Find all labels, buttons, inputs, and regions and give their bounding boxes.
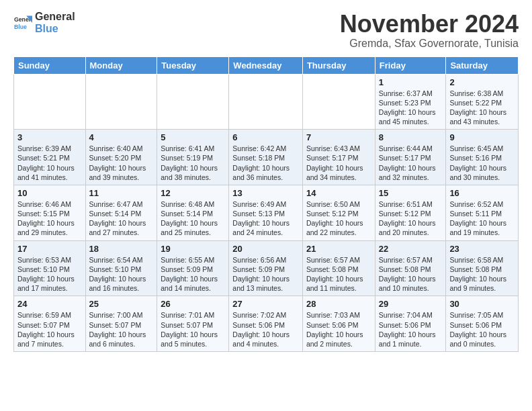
main-title: November 2024 <box>340 11 519 38</box>
cell-day-number: 3 <box>17 132 82 142</box>
cell-day-number: 14 <box>306 188 371 198</box>
cell-info: Sunrise: 6:42 AM Sunset: 5:18 PM Dayligh… <box>232 144 299 182</box>
cell-day-number: 23 <box>449 244 515 254</box>
calendar-cell: 3Sunrise: 6:39 AM Sunset: 5:21 PM Daylig… <box>14 130 86 185</box>
calendar-cell: 14Sunrise: 6:50 AM Sunset: 5:12 PM Dayli… <box>302 185 375 240</box>
cell-info: Sunrise: 6:40 AM Sunset: 5:20 PM Dayligh… <box>89 144 154 182</box>
logo-icon: General Blue <box>13 13 32 32</box>
cell-info: Sunrise: 6:38 AM Sunset: 5:22 PM Dayligh… <box>449 89 515 127</box>
calendar-cell: 16Sunrise: 6:52 AM Sunset: 5:11 PM Dayli… <box>446 185 519 240</box>
cell-day-number: 24 <box>17 299 82 309</box>
cell-info: Sunrise: 6:56 AM Sunset: 5:09 PM Dayligh… <box>232 255 299 293</box>
calendar-cell: 12Sunrise: 6:48 AM Sunset: 5:14 PM Dayli… <box>157 185 229 240</box>
calendar-cell <box>85 74 157 130</box>
cell-day-number: 7 <box>306 132 371 142</box>
calendar-cell: 10Sunrise: 6:46 AM Sunset: 5:15 PM Dayli… <box>14 185 86 240</box>
calendar-cell: 21Sunrise: 6:57 AM Sunset: 5:08 PM Dayli… <box>302 240 375 296</box>
cell-info: Sunrise: 6:45 AM Sunset: 5:16 PM Dayligh… <box>449 144 515 182</box>
cell-info: Sunrise: 6:41 AM Sunset: 5:19 PM Dayligh… <box>161 144 225 182</box>
day-header-sunday: Sunday <box>14 56 86 74</box>
cell-day-number: 13 <box>232 188 299 198</box>
cell-info: Sunrise: 6:53 AM Sunset: 5:10 PM Dayligh… <box>17 255 82 293</box>
cell-day-number: 12 <box>161 188 225 198</box>
calendar-cell <box>229 74 303 130</box>
calendar-week-2: 3Sunrise: 6:39 AM Sunset: 5:21 PM Daylig… <box>14 130 519 185</box>
calendar-cell: 26Sunrise: 7:01 AM Sunset: 5:07 PM Dayli… <box>157 296 229 352</box>
cell-day-number: 25 <box>89 299 154 309</box>
cell-info: Sunrise: 6:57 AM Sunset: 5:08 PM Dayligh… <box>379 255 443 293</box>
cell-day-number: 16 <box>449 188 515 198</box>
calendar-header-row: SundayMondayTuesdayWednesdayThursdayFrid… <box>14 56 519 74</box>
calendar-cell <box>157 74 229 130</box>
calendar-cell: 6Sunrise: 6:42 AM Sunset: 5:18 PM Daylig… <box>229 130 303 185</box>
day-header-wednesday: Wednesday <box>229 56 303 74</box>
cell-day-number: 4 <box>89 132 154 142</box>
cell-info: Sunrise: 6:43 AM Sunset: 5:17 PM Dayligh… <box>306 144 371 182</box>
cell-day-number: 8 <box>379 132 443 142</box>
calendar-cell: 24Sunrise: 6:59 AM Sunset: 5:07 PM Dayli… <box>14 296 86 352</box>
logo-text: General Blue <box>35 11 75 34</box>
calendar-cell: 28Sunrise: 7:03 AM Sunset: 5:06 PM Dayli… <box>302 296 375 352</box>
cell-day-number: 26 <box>161 299 225 309</box>
header: General Blue General Blue November 2024 … <box>13 11 519 50</box>
cell-info: Sunrise: 6:51 AM Sunset: 5:12 PM Dayligh… <box>379 199 443 238</box>
calendar-cell: 4Sunrise: 6:40 AM Sunset: 5:20 PM Daylig… <box>85 130 157 185</box>
cell-info: Sunrise: 7:05 AM Sunset: 5:06 PM Dayligh… <box>449 310 515 349</box>
cell-day-number: 18 <box>89 244 154 254</box>
cell-day-number: 10 <box>17 188 82 198</box>
calendar-cell: 22Sunrise: 6:57 AM Sunset: 5:08 PM Dayli… <box>375 240 446 296</box>
calendar-cell: 29Sunrise: 7:04 AM Sunset: 5:06 PM Dayli… <box>375 296 446 352</box>
cell-day-number: 30 <box>449 299 515 309</box>
calendar-cell: 8Sunrise: 6:44 AM Sunset: 5:17 PM Daylig… <box>375 130 446 185</box>
cell-info: Sunrise: 6:52 AM Sunset: 5:11 PM Dayligh… <box>449 199 515 238</box>
calendar-week-1: 1Sunrise: 6:37 AM Sunset: 5:23 PM Daylig… <box>14 74 519 130</box>
cell-day-number: 2 <box>449 77 515 87</box>
cell-info: Sunrise: 6:57 AM Sunset: 5:08 PM Dayligh… <box>306 255 371 293</box>
calendar-table: SundayMondayTuesdayWednesdayThursdayFrid… <box>13 56 519 352</box>
cell-info: Sunrise: 6:55 AM Sunset: 5:09 PM Dayligh… <box>161 255 225 293</box>
cell-info: Sunrise: 6:54 AM Sunset: 5:10 PM Dayligh… <box>89 255 154 293</box>
cell-info: Sunrise: 7:04 AM Sunset: 5:06 PM Dayligh… <box>379 310 443 349</box>
cell-info: Sunrise: 6:48 AM Sunset: 5:14 PM Dayligh… <box>161 199 225 238</box>
calendar-cell: 15Sunrise: 6:51 AM Sunset: 5:12 PM Dayli… <box>375 185 446 240</box>
calendar-cell <box>302 74 375 130</box>
cell-info: Sunrise: 6:39 AM Sunset: 5:21 PM Dayligh… <box>17 144 82 182</box>
calendar-cell: 27Sunrise: 7:02 AM Sunset: 5:06 PM Dayli… <box>229 296 303 352</box>
calendar-cell: 17Sunrise: 6:53 AM Sunset: 5:10 PM Dayli… <box>14 240 86 296</box>
cell-info: Sunrise: 7:01 AM Sunset: 5:07 PM Dayligh… <box>161 310 225 349</box>
logo: General Blue General Blue <box>13 11 75 34</box>
cell-info: Sunrise: 6:47 AM Sunset: 5:14 PM Dayligh… <box>89 199 154 238</box>
cell-info: Sunrise: 7:00 AM Sunset: 5:07 PM Dayligh… <box>89 310 154 349</box>
cell-info: Sunrise: 6:50 AM Sunset: 5:12 PM Dayligh… <box>306 199 371 238</box>
cell-day-number: 20 <box>232 244 299 254</box>
cell-info: Sunrise: 7:03 AM Sunset: 5:06 PM Dayligh… <box>306 310 371 349</box>
calendar-cell: 7Sunrise: 6:43 AM Sunset: 5:17 PM Daylig… <box>302 130 375 185</box>
cell-info: Sunrise: 6:37 AM Sunset: 5:23 PM Dayligh… <box>379 89 443 127</box>
day-header-saturday: Saturday <box>446 56 519 74</box>
cell-info: Sunrise: 6:59 AM Sunset: 5:07 PM Dayligh… <box>17 310 82 349</box>
calendar-cell: 19Sunrise: 6:55 AM Sunset: 5:09 PM Dayli… <box>157 240 229 296</box>
calendar-cell <box>14 74 86 130</box>
cell-info: Sunrise: 6:44 AM Sunset: 5:17 PM Dayligh… <box>379 144 443 182</box>
cell-info: Sunrise: 6:58 AM Sunset: 5:08 PM Dayligh… <box>449 255 515 293</box>
cell-day-number: 21 <box>306 244 371 254</box>
cell-day-number: 28 <box>306 299 371 309</box>
cell-day-number: 1 <box>379 77 443 87</box>
cell-day-number: 9 <box>449 132 515 142</box>
cell-day-number: 19 <box>161 244 225 254</box>
cell-day-number: 6 <box>232 132 299 142</box>
calendar-cell: 1Sunrise: 6:37 AM Sunset: 5:23 PM Daylig… <box>375 74 446 130</box>
calendar-cell: 13Sunrise: 6:49 AM Sunset: 5:13 PM Dayli… <box>229 185 303 240</box>
day-header-tuesday: Tuesday <box>157 56 229 74</box>
day-header-friday: Friday <box>375 56 446 74</box>
cell-info: Sunrise: 6:49 AM Sunset: 5:13 PM Dayligh… <box>232 199 299 238</box>
calendar-cell: 2Sunrise: 6:38 AM Sunset: 5:22 PM Daylig… <box>446 74 519 130</box>
cell-day-number: 29 <box>379 299 443 309</box>
calendar-cell: 18Sunrise: 6:54 AM Sunset: 5:10 PM Dayli… <box>85 240 157 296</box>
calendar-week-3: 10Sunrise: 6:46 AM Sunset: 5:15 PM Dayli… <box>14 185 519 240</box>
day-header-thursday: Thursday <box>302 56 375 74</box>
cell-info: Sunrise: 6:46 AM Sunset: 5:15 PM Dayligh… <box>17 199 82 238</box>
cell-day-number: 17 <box>17 244 82 254</box>
calendar-cell: 20Sunrise: 6:56 AM Sunset: 5:09 PM Dayli… <box>229 240 303 296</box>
cell-day-number: 11 <box>89 188 154 198</box>
